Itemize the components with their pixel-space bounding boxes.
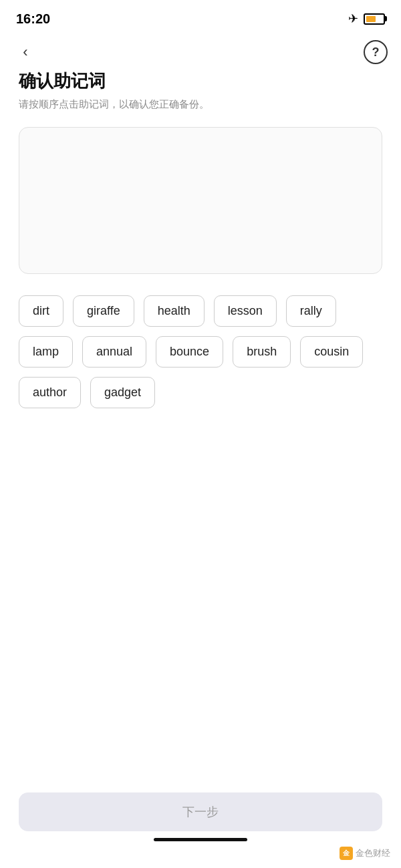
word-chip-rally[interactable]: rally bbox=[286, 295, 336, 327]
word-chip-lesson[interactable]: lesson bbox=[214, 295, 277, 327]
nav-bar: ‹ ? bbox=[0, 35, 401, 69]
home-indicator bbox=[154, 838, 247, 841]
word-chip-bounce[interactable]: bounce bbox=[156, 336, 223, 368]
word-chip-cousin[interactable]: cousin bbox=[300, 336, 363, 368]
word-chip-lamp[interactable]: lamp bbox=[19, 336, 73, 368]
word-chip-brush[interactable]: brush bbox=[233, 336, 291, 368]
battery-icon bbox=[364, 13, 385, 25]
word-chip-gadget[interactable]: gadget bbox=[90, 377, 155, 408]
status-bar: 16:20 ✈ bbox=[0, 0, 401, 35]
word-chip-health[interactable]: health bbox=[144, 295, 205, 327]
airplane-icon: ✈ bbox=[348, 11, 358, 26]
watermark: 金 金色财经 bbox=[340, 847, 390, 860]
next-button[interactable]: 下一步 bbox=[19, 792, 382, 831]
page-content: 确认助记词 请按顺序点击助记词，以确认您正确备份。 dirtgiraffehea… bbox=[0, 69, 401, 408]
status-icons: ✈ bbox=[348, 11, 385, 26]
page-subtitle: 请按顺序点击助记词，以确认您正确备份。 bbox=[19, 98, 382, 111]
word-chip-author[interactable]: author bbox=[19, 377, 81, 408]
status-time: 16:20 bbox=[16, 11, 50, 27]
back-button[interactable]: ‹ bbox=[13, 40, 37, 64]
selected-words-box bbox=[19, 127, 382, 274]
word-chip-dirt[interactable]: dirt bbox=[19, 295, 63, 327]
page-title: 确认助记词 bbox=[19, 69, 382, 93]
words-grid: dirtgiraffehealthlessonrallylampannualbo… bbox=[19, 295, 382, 408]
word-chip-annual[interactable]: annual bbox=[82, 336, 146, 368]
battery-fill bbox=[366, 16, 376, 22]
help-button[interactable]: ? bbox=[364, 40, 388, 64]
watermark-logo: 金 bbox=[340, 847, 353, 860]
watermark-text: 金色财经 bbox=[356, 847, 390, 859]
word-chip-giraffe[interactable]: giraffe bbox=[73, 295, 134, 327]
